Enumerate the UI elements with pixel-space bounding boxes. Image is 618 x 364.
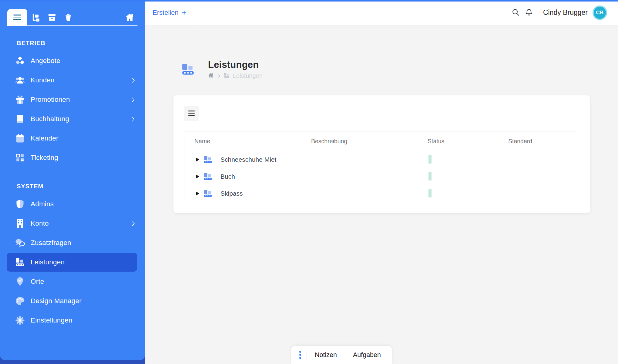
dock-more-button[interactable] — [298, 350, 302, 360]
table-card: Name Beschreibung Status Standard — [173, 95, 590, 213]
page-title: Leistungen — [208, 59, 263, 70]
sidebar-item-label: Buchhaltung — [31, 115, 69, 123]
sidebar-item-ticketing[interactable]: Ticketing — [7, 148, 137, 167]
toolbar-underline — [7, 25, 138, 26]
table-row[interactable]: Buch — [184, 168, 577, 185]
chat-bubbles-icon — [15, 238, 25, 248]
archive-icon — [48, 13, 56, 23]
sidebar-item-zusatzfragen[interactable]: Zusatzfragen — [7, 233, 137, 252]
name-cell: Schneeschuhe Miet — [184, 155, 311, 164]
sidebar-item-label: Promotionen — [31, 96, 70, 104]
sidebar-item-kunden[interactable]: Kunden — [7, 71, 137, 90]
menu-toggle-button[interactable] — [7, 9, 27, 26]
building-icon — [15, 218, 25, 229]
sidebar-item-label: Admins — [31, 200, 54, 208]
sidebar: BETRIEB Angebote — [0, 0, 145, 364]
title-divider — [201, 60, 201, 79]
app-root: BETRIEB Angebote — [0, 0, 618, 364]
home-icon — [125, 13, 134, 23]
chevron-right-icon — [130, 97, 135, 102]
sidebar-item-leistungen[interactable]: Leistungen — [7, 253, 137, 272]
sidebar-item-angebote[interactable]: Angebote — [7, 51, 137, 70]
status-cell — [428, 174, 508, 179]
avatar[interactable]: CB — [593, 5, 607, 20]
search-icon — [512, 8, 520, 17]
sidebar-item-konto[interactable]: Konto — [7, 214, 137, 233]
column-header-beschreibung: Beschreibung — [311, 138, 428, 145]
table-menu-button[interactable] — [184, 106, 199, 121]
chevron-right-icon — [130, 78, 135, 83]
calendar-icon — [15, 133, 25, 144]
sidebar-item-einstellungen[interactable]: Einstellungen — [7, 311, 137, 330]
column-header-status: Status — [428, 138, 508, 145]
section-label-betrieb: BETRIEB — [17, 40, 145, 47]
create-button-label: Erstellen — [153, 9, 179, 17]
gift-icon — [15, 94, 25, 105]
topbar-right: Cindy Brugger CB — [509, 0, 618, 25]
tab-notizen[interactable]: Notizen — [307, 351, 345, 359]
chevron-right-icon — [130, 221, 135, 226]
sidebar-item-label: Konto — [31, 220, 49, 227]
sidebar-item-admins[interactable]: Admins — [7, 195, 137, 213]
name-cell: Skipass — [184, 189, 311, 198]
gear-icon — [15, 315, 25, 326]
table-header-row: Name Beschreibung Status Standard — [184, 131, 577, 151]
cubes-icon — [15, 56, 25, 66]
home-button[interactable] — [121, 9, 138, 26]
main-area: Erstellen + — [145, 0, 618, 364]
sidebar-item-label: Design Manager — [31, 297, 82, 305]
shield-icon — [15, 199, 25, 209]
breadcrumb-current: Leistungen — [233, 72, 263, 79]
kebab-dot — [299, 357, 301, 359]
sitemap-button[interactable] — [27, 9, 44, 26]
palette-icon — [15, 296, 25, 306]
trash-button[interactable] — [60, 9, 76, 26]
sidebar-item-label: Einstellungen — [31, 316, 72, 324]
sidebar-item-label: Leistungen — [31, 258, 65, 266]
sidebar-item-promotionen[interactable]: Promotionen — [7, 90, 137, 109]
services-conveyor-icon-gray — [223, 73, 230, 79]
sidebar-item-kalender[interactable]: Kalender — [7, 129, 137, 148]
services-conveyor-icon — [181, 63, 195, 76]
bell-icon — [525, 8, 533, 17]
home-icon[interactable] — [208, 73, 214, 79]
archive-button[interactable] — [44, 9, 60, 26]
service-name: Skipass — [220, 190, 243, 197]
hamburger-icon — [188, 111, 195, 117]
book-icon — [15, 114, 25, 124]
service-name: Buch — [220, 173, 235, 180]
section-label-system: SYSTEM — [17, 183, 145, 190]
user-name[interactable]: Cindy Brugger — [543, 8, 588, 17]
sidebar-item-label: Zusatzfragen — [31, 239, 71, 247]
name-cell: Buch — [184, 172, 311, 181]
services-conveyor-icon — [203, 172, 213, 181]
sidebar-panel: BETRIEB Angebote — [0, 0, 145, 360]
sidebar-item-design-manager[interactable]: Design Manager — [7, 292, 137, 310]
page-content: Leistungen — [145, 25, 618, 364]
status-cell — [428, 191, 508, 196]
kebab-dot — [299, 351, 301, 353]
tab-aufgaben[interactable]: Aufgaben — [345, 351, 389, 359]
services-conveyor-icon — [203, 155, 213, 164]
service-name: Schneeschuhe Miet — [220, 156, 276, 163]
search-button[interactable] — [509, 6, 522, 19]
column-header-standard: Standard — [508, 138, 577, 145]
create-button[interactable]: Erstellen + — [145, 0, 194, 25]
table-row[interactable]: Schneeschuhe Miet — [184, 151, 577, 168]
sidebar-item-orte[interactable]: Orte — [7, 272, 137, 291]
sidebar-toolbar — [7, 9, 138, 26]
expand-caret-icon[interactable] — [196, 174, 199, 179]
services-conveyor-icon — [203, 189, 213, 198]
table-row[interactable]: Skipass — [184, 185, 577, 202]
sidebar-item-buchhaltung[interactable]: Buchhaltung — [7, 110, 137, 128]
topbar: Erstellen + — [145, 0, 618, 25]
hamburger-icon — [13, 14, 21, 21]
ticket-qr-icon — [15, 153, 25, 163]
expand-caret-icon[interactable] — [196, 157, 199, 162]
title-block: Leistungen — [208, 59, 263, 79]
expand-caret-icon[interactable] — [196, 191, 199, 196]
trash-icon — [64, 13, 72, 23]
sidebar-item-label: Ticketing — [31, 154, 58, 162]
status-cell — [428, 157, 508, 162]
notifications-button[interactable] — [522, 6, 536, 19]
